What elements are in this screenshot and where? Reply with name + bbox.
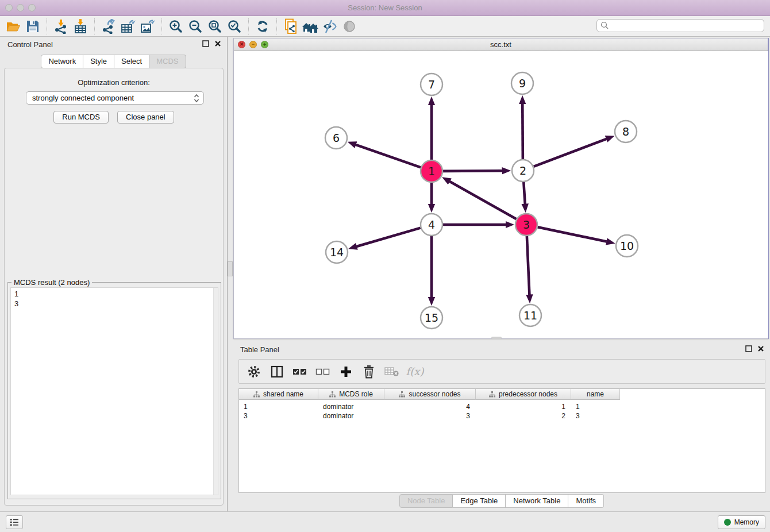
save-icon[interactable] (23, 18, 43, 35)
network-window-title: scc.txt (234, 38, 768, 51)
graph-node-2[interactable]: 2 (512, 160, 534, 182)
tab-mcds[interactable]: MCDS (149, 55, 186, 68)
deselect-all-columns-icon[interactable] (313, 363, 333, 380)
graph-edge-2-3[interactable] (523, 182, 525, 204)
export-image-icon[interactable] (138, 18, 157, 35)
graph-node-15[interactable]: 15 (421, 307, 442, 329)
table-toolbar: f(x) (238, 359, 765, 384)
graph-node-label: 4 (428, 218, 435, 231)
network-maximize-icon[interactable]: ＋ (261, 41, 268, 48)
graph-node-11[interactable]: 11 (519, 304, 541, 326)
graph-edge-4-14[interactable] (357, 228, 421, 246)
import-network-icon[interactable] (51, 18, 71, 35)
table-row[interactable]: 3 dominator 3 2 3 (239, 411, 765, 421)
zoom-in-icon[interactable] (166, 18, 186, 35)
graph-node-label: 11 (523, 309, 537, 322)
network-close-icon[interactable]: ✕ (238, 41, 245, 48)
graph-node-4[interactable]: 4 (421, 214, 442, 236)
network-overview-icon[interactable] (301, 18, 320, 35)
mcds-tab-content: Optimization criterion: strongly connect… (4, 68, 224, 506)
refresh-view-icon[interactable] (253, 18, 272, 35)
graph-node-14[interactable]: 14 (326, 241, 348, 263)
graph-node-10[interactable]: 10 (616, 235, 638, 257)
column-header-name[interactable]: name (571, 389, 620, 400)
graph-node-3[interactable]: 3 (515, 214, 537, 236)
close-table-panel-icon[interactable] (757, 345, 764, 352)
birds-eye-icon[interactable] (340, 18, 359, 35)
column-type-icon (489, 391, 495, 398)
graph-node-8[interactable]: 8 (615, 121, 637, 142)
search-input[interactable] (596, 19, 764, 32)
graph-edge-1-2[interactable] (443, 171, 502, 171)
close-panel-button[interactable]: Close panel (117, 111, 174, 124)
app-close-button[interactable] (5, 4, 13, 11)
memory-status-icon (724, 519, 731, 526)
table-panel-title: Table Panel (240, 345, 279, 354)
zoom-out-icon[interactable] (186, 18, 205, 35)
export-network-icon[interactable] (99, 18, 118, 35)
search-icon (600, 21, 609, 30)
function-builder-icon[interactable]: f(x) (405, 363, 425, 380)
table-options-gear-icon[interactable] (244, 363, 264, 380)
graph-node-label: 7 (428, 78, 435, 91)
tab-network-table[interactable]: Network Table (506, 494, 568, 508)
zoom-selected-icon[interactable] (225, 18, 244, 35)
tab-motifs[interactable]: Motifs (568, 494, 604, 508)
delete-column-icon[interactable] (359, 363, 379, 380)
network-window-titlebar[interactable]: ✕ − ＋ scc.txt (234, 38, 768, 51)
open-file-icon[interactable] (3, 18, 23, 35)
show-columns-icon[interactable] (267, 363, 287, 380)
graph-edge-3-1[interactable] (449, 182, 516, 219)
export-table-icon[interactable] (118, 18, 138, 35)
column-header-predecessor-nodes[interactable]: predecessor nodes (476, 389, 571, 400)
window-resize-grip[interactable] (491, 337, 502, 339)
network-graph: 7968124314101511 (234, 51, 768, 338)
graph-edge-1-6[interactable] (356, 145, 421, 168)
graph-node-6[interactable]: 6 (325, 127, 347, 149)
mcds-result-item: 1 (14, 289, 218, 299)
tab-network[interactable]: Network (41, 55, 83, 68)
import-table-icon[interactable] (71, 18, 90, 35)
app-minimize-button[interactable] (17, 4, 24, 11)
zoom-fit-icon[interactable] (205, 18, 225, 35)
tab-edge-table[interactable]: Edge Table (453, 494, 506, 508)
float-table-panel-icon[interactable] (745, 345, 752, 352)
mcds-result-group: MCDS result (2 nodes) 1 3 (7, 282, 221, 499)
graph-node-9[interactable]: 9 (511, 72, 533, 94)
table-row[interactable]: 1 dominator 4 1 1 (239, 402, 765, 411)
panel-split-grip[interactable] (228, 261, 233, 276)
select-all-columns-icon[interactable] (290, 363, 310, 380)
hide-graphics-icon[interactable] (320, 18, 340, 35)
optimization-select[interactable]: strongly connected component (26, 91, 204, 105)
column-header-shared-name[interactable]: shared name (239, 389, 318, 400)
run-mcds-button[interactable]: Run MCDS (53, 111, 109, 124)
graph-edge-2-9[interactable] (522, 104, 523, 159)
graph-node-7[interactable]: 7 (421, 74, 442, 95)
network-minimize-icon[interactable]: − (249, 41, 257, 48)
result-scrollbar[interactable] (213, 288, 218, 495)
float-panel-icon[interactable] (202, 40, 209, 47)
delete-table-icon[interactable] (382, 363, 402, 380)
mcds-result-list[interactable]: 1 3 (10, 287, 218, 495)
graph-edge-3-11[interactable] (527, 236, 530, 295)
network-canvas[interactable]: 7968124314101511 (234, 51, 768, 338)
clone-network-icon[interactable] (281, 18, 301, 35)
app-zoom-button[interactable] (28, 4, 36, 11)
column-header-mcds-role[interactable]: MCDS role (318, 389, 384, 400)
graph-node-label: 9 (519, 77, 526, 90)
control-panel: Control Panel Network Style Select MCDS … (0, 37, 228, 511)
graph-node-label: 10 (620, 240, 634, 252)
status-bar: Memory (0, 511, 770, 532)
tab-style[interactable]: Style (83, 55, 114, 68)
graph-node-1[interactable]: 1 (421, 160, 442, 182)
graph-node-label: 15 (425, 311, 438, 324)
task-history-button[interactable] (6, 515, 23, 529)
graph-edge-2-8[interactable] (534, 139, 607, 167)
column-header-successor-nodes[interactable]: successor nodes (384, 389, 476, 400)
graph-edge-3-10[interactable] (538, 227, 607, 241)
close-panel-icon[interactable] (214, 40, 221, 47)
create-column-icon[interactable] (336, 363, 356, 380)
tab-node-table[interactable]: Node Table (399, 494, 453, 508)
memory-button[interactable]: Memory (718, 515, 765, 529)
tab-select[interactable]: Select (114, 55, 149, 68)
